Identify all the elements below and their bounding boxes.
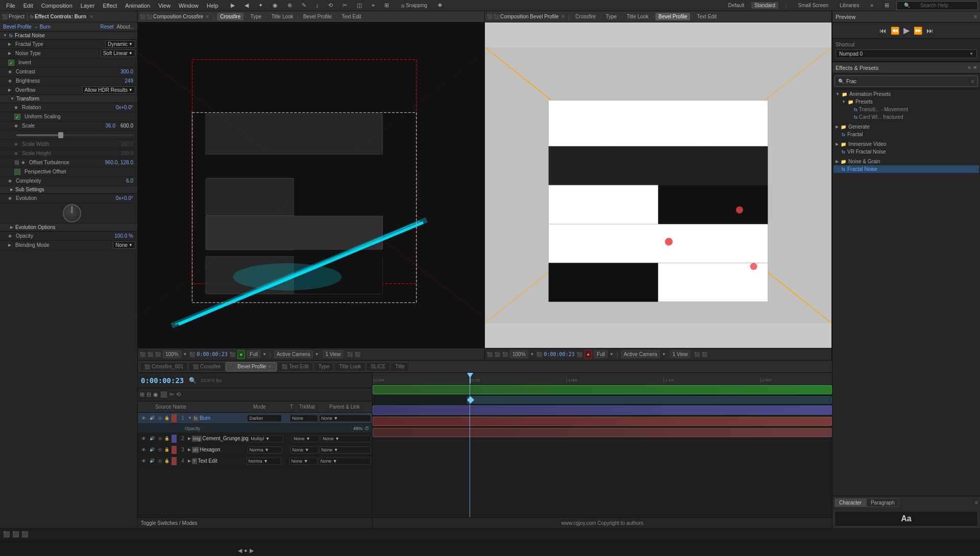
rotation-knob[interactable] bbox=[63, 204, 81, 222]
layer-row-1[interactable]: 👁 🔊 ◎ 🔒 1 ▼ fx bbox=[138, 413, 372, 424]
generate-header[interactable]: ▶ 📁 Generate bbox=[834, 123, 979, 131]
workspace-icon[interactable]: ⊞ bbox=[880, 2, 893, 9]
crossfire-nav-crossfire[interactable]: Crossfire bbox=[217, 13, 243, 20]
mode2[interactable]: Multipl ▼ bbox=[249, 435, 283, 442]
transform-section[interactable]: ▼ Transform bbox=[0, 95, 137, 103]
preset-fractal-noise-item[interactable]: fx Fractal Noise bbox=[834, 165, 979, 173]
search-layers-btn[interactable]: 🔍 bbox=[189, 377, 197, 384]
track-bar-3[interactable] bbox=[373, 417, 832, 426]
layer-audio2[interactable]: 🔊 bbox=[148, 436, 156, 441]
layer-expand1[interactable]: ▼ bbox=[188, 416, 192, 420]
expand-icon-o[interactable]: ▶ bbox=[8, 88, 11, 92]
expand-icon-ev[interactable]: ◉ bbox=[8, 196, 12, 200]
tl-nav-right[interactable]: ▶ bbox=[250, 547, 254, 554]
expand-icon-b[interactable]: ◉ bbox=[8, 79, 12, 83]
menu-animation[interactable]: Animation bbox=[121, 3, 154, 9]
status-icon2[interactable]: ⬛ bbox=[12, 531, 19, 538]
crossfire-nav-type[interactable]: Type bbox=[248, 13, 265, 20]
bvp-timecode[interactable]: 0:00:00:23 bbox=[544, 351, 575, 357]
vp-icon3[interactable]: ⬛ bbox=[155, 352, 161, 357]
layer-vis4[interactable]: 👁 bbox=[139, 459, 148, 464]
prev-play-btn[interactable]: ▶ bbox=[903, 26, 910, 35]
trkmat1[interactable]: None bbox=[290, 415, 318, 422]
quality-btn[interactable]: Full bbox=[247, 350, 260, 358]
toggle-switches-label[interactable]: Toggle Switches / Modes bbox=[141, 520, 198, 526]
quality-dropdown[interactable]: ▼ bbox=[262, 352, 266, 357]
prev-skip-end-btn[interactable]: ⏭ bbox=[926, 27, 934, 35]
bevel-nav-title-look[interactable]: Title Look bbox=[624, 13, 652, 20]
overflow-dropdown[interactable]: Allow HDR Results ▼ bbox=[82, 86, 135, 94]
parent4[interactable]: None ▼ bbox=[318, 458, 371, 465]
preview-menu-icon[interactable]: ≡ bbox=[974, 14, 977, 19]
tab-type[interactable]: Type bbox=[314, 362, 334, 371]
bevel-nav-bevel[interactable]: Bevel Profile bbox=[655, 13, 690, 20]
workspace-more[interactable]: » bbox=[866, 3, 877, 8]
toolbar-icon-5[interactable]: ⊕ bbox=[283, 2, 296, 9]
effects-search-input[interactable]: 🔍 Frac ✕ bbox=[835, 75, 978, 87]
tl-btn5[interactable]: ✂ bbox=[169, 391, 174, 398]
toolbar-icon-3[interactable]: ✦ bbox=[254, 2, 267, 9]
menu-view[interactable]: View bbox=[154, 3, 175, 9]
vp-timecode[interactable]: 0:00:00:23 bbox=[197, 351, 228, 357]
fractal-noise-section[interactable]: ▼ fx Fractal Noise bbox=[0, 32, 137, 40]
track-lane-1[interactable] bbox=[373, 384, 832, 395]
expand-icon-bm[interactable]: ▶ bbox=[8, 243, 11, 247]
brightness-val[interactable]: 249 bbox=[125, 78, 135, 84]
live-update-btn[interactable]: ● bbox=[237, 350, 245, 359]
toolbar-icon-9[interactable]: ✂ bbox=[338, 2, 351, 9]
tab-crossfire-001[interactable]: ⬛ Crossfire_001 bbox=[140, 362, 188, 371]
project-label[interactable]: Project bbox=[9, 14, 24, 19]
bvp-icon7[interactable]: ⬛ bbox=[702, 352, 707, 357]
preset-vr-fractal-item[interactable]: fx VR Fractal Noise bbox=[834, 148, 979, 156]
tl-nav-range[interactable]: ● bbox=[244, 547, 248, 553]
parent1[interactable]: None ▼ bbox=[319, 415, 371, 422]
crossfire-nav-title-look[interactable]: Title Look bbox=[268, 13, 297, 20]
opacity-sub-val[interactable]: 49% bbox=[353, 426, 362, 431]
vp-icon5[interactable]: ⬛ bbox=[230, 352, 235, 357]
scale-val1[interactable]: 36.0 bbox=[106, 123, 117, 129]
bvp-icon4[interactable]: ⬛ bbox=[536, 352, 542, 357]
layer-lock4[interactable]: 🔒 bbox=[163, 459, 170, 463]
menu-layer[interactable]: Layer bbox=[77, 3, 99, 9]
prev-skip-start-btn[interactable]: ⏮ bbox=[879, 27, 887, 35]
menu-file[interactable]: File bbox=[2, 3, 19, 9]
zoom-label[interactable]: 100% bbox=[163, 350, 181, 358]
expand-icon-nt[interactable]: ▶ bbox=[8, 51, 11, 56]
presets-header[interactable]: ▼ 📁 Presets bbox=[840, 98, 979, 106]
shortcut-value[interactable]: Numpad 0 ▼ bbox=[836, 49, 977, 58]
vp-icon6[interactable]: ⬛ bbox=[347, 352, 353, 357]
expand-icon-sc[interactable]: ◉ bbox=[14, 123, 18, 128]
char-menu-icon[interactable]: ≡ bbox=[975, 500, 978, 506]
vp-icon1[interactable]: ⬛ bbox=[140, 352, 145, 357]
prev-step-fwd-btn[interactable]: ⏩ bbox=[914, 27, 922, 35]
layer-lock3[interactable]: 🔒 bbox=[163, 447, 170, 452]
layer-solo4[interactable]: ◎ bbox=[156, 459, 163, 463]
expand-icon-r[interactable]: ◉ bbox=[14, 105, 18, 110]
bvp-icon2[interactable]: ⬛ bbox=[495, 352, 500, 357]
bvp-icon1[interactable]: ⬛ bbox=[487, 352, 493, 357]
bvp-camera-dropdown[interactable]: ▼ bbox=[662, 352, 666, 357]
toolbar-icon-4[interactable]: ◉ bbox=[268, 2, 282, 9]
layer-lock1[interactable]: 🔒 bbox=[163, 416, 170, 420]
zoom-dropdown[interactable]: ▼ bbox=[183, 352, 187, 357]
crossfire-nav-bevel[interactable]: Bevel Profile bbox=[300, 13, 335, 20]
reset-btn[interactable]: Reset bbox=[100, 24, 113, 30]
layer-audio4[interactable]: 🔊 bbox=[148, 459, 156, 463]
fractal-type-dropdown[interactable]: Dynamic ▼ bbox=[105, 40, 135, 48]
timecode-display[interactable]: 0:00:00:23 bbox=[141, 376, 184, 385]
bevel-nav-type[interactable]: Type bbox=[603, 13, 620, 20]
scale-slider-thumb[interactable] bbox=[58, 132, 63, 138]
status-icon3[interactable]: ⬛ bbox=[21, 531, 29, 538]
scale-val2[interactable]: 600.0 bbox=[120, 123, 135, 129]
crossfire-viewport[interactable] bbox=[138, 22, 484, 348]
preset-fractal-item[interactable]: fx Fractal bbox=[834, 131, 979, 138]
track-bar-4[interactable] bbox=[373, 428, 832, 437]
bvp-icon5[interactable]: ⬛ bbox=[577, 352, 582, 357]
camera-btn[interactable]: Active Camera bbox=[274, 350, 313, 358]
shortcut-dropdown[interactable]: ▼ bbox=[969, 52, 973, 56]
evolution-val[interactable]: 0x+0.0° bbox=[116, 195, 135, 201]
workspace-libraries[interactable]: Libraries bbox=[836, 3, 863, 8]
menu-window[interactable]: Window bbox=[175, 3, 203, 9]
expand-icon-op[interactable]: ◉ bbox=[8, 234, 12, 238]
close-ec-btn[interactable]: ✕ bbox=[89, 14, 93, 19]
